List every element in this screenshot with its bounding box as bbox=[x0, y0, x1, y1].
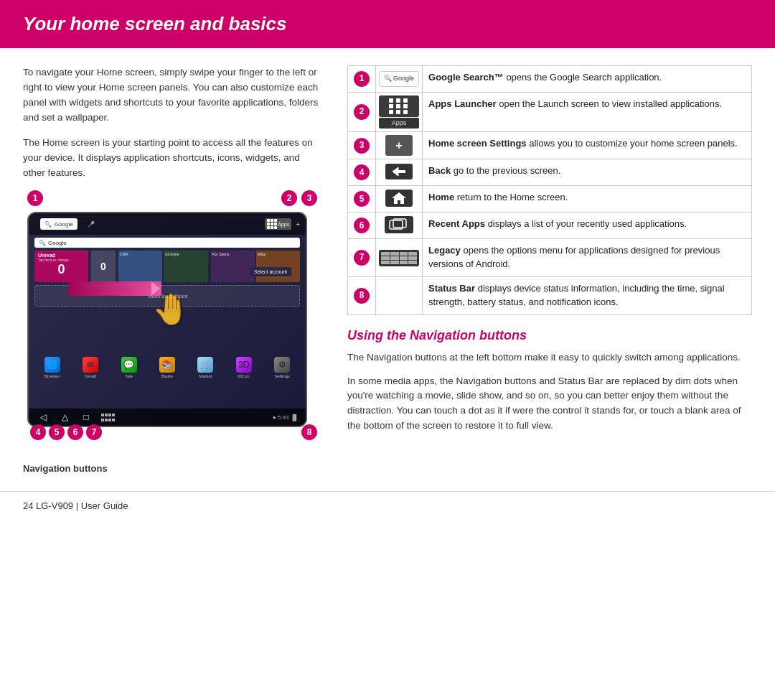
feature-icon-apps: Apps bbox=[376, 93, 423, 132]
feature-desc-4: Back go to the previous screen. bbox=[423, 159, 752, 186]
nav-section-para-2: In some media apps, the Navigation butto… bbox=[347, 374, 752, 434]
intro-text: To navigate your Home screen, simply swi… bbox=[23, 65, 324, 180]
feature-icon-recent bbox=[376, 213, 423, 239]
feature-num-1: 1 bbox=[348, 66, 376, 93]
feature-num-4: 4 bbox=[348, 159, 376, 186]
footer-text: 24 LG-V909 | User Guide bbox=[23, 500, 128, 511]
page-footer: 24 LG-V909 | User Guide bbox=[0, 491, 775, 520]
table-row: 5 Home return to the Home screen. bbox=[348, 186, 752, 213]
table-row: 8 Status Bar displays device status info… bbox=[348, 276, 752, 314]
feature-icon-settings: + bbox=[376, 132, 423, 159]
nav-back-btn: ◁ bbox=[36, 411, 50, 423]
svg-marker-0 bbox=[393, 167, 398, 176]
feature-num-6: 6 bbox=[348, 213, 376, 239]
intro-para-1: To navigate your Home screen, simply swi… bbox=[23, 65, 324, 126]
feature-desc-3: Home screen Settings allows you to custo… bbox=[423, 132, 752, 159]
nav-section: Using the Navigation buttons The Navigat… bbox=[347, 328, 752, 434]
overlay-num-4: 4 bbox=[30, 424, 46, 440]
overlay-num-1: 1 bbox=[27, 190, 43, 206]
feature-desc-7: Legacy opens the options menu for applic… bbox=[423, 239, 752, 277]
left-column: To navigate your Home screen, simply swi… bbox=[23, 65, 324, 474]
overlay-num-2: 2 bbox=[281, 190, 297, 206]
app-icon-browser: 🌐 Browser bbox=[44, 357, 60, 378]
feature-num-8: 8 bbox=[348, 276, 376, 314]
account-popup: Select account bbox=[250, 267, 291, 276]
feature-icon-status bbox=[376, 276, 423, 314]
feature-num-7: 7 bbox=[348, 239, 376, 277]
table-row: 7 bbox=[348, 239, 752, 277]
feature-desc-2: Apps Launcher open the Launch screen to … bbox=[423, 93, 752, 132]
page-header: Your home screen and basics bbox=[0, 0, 775, 48]
feature-desc-1: Google Search™ opens the Google Search a… bbox=[423, 66, 752, 93]
feature-icon-legacy bbox=[376, 239, 423, 277]
table-row: 4 Back go to the previous screen. bbox=[348, 159, 752, 186]
device-illustration: 🔍 Google 🎤 bbox=[27, 212, 307, 427]
nav-recent-btn: □ bbox=[79, 411, 93, 423]
app-icon-talk: 💬 Talk bbox=[121, 357, 137, 378]
app-icon-3d: 3D 3DCom. bbox=[236, 357, 252, 378]
feature-icon-google: 🔍 Google bbox=[376, 66, 423, 93]
table-row: 6 Recent Apps displays a list of your re… bbox=[348, 213, 752, 239]
feature-table: 1 🔍 Google Google Search™ opens the Goog… bbox=[347, 65, 752, 315]
device-google-search: 🔍 Google bbox=[40, 218, 78, 230]
feature-icon-back bbox=[376, 159, 423, 186]
app-icon-settings: ⚙ Settings bbox=[274, 357, 290, 378]
nav-section-para-1: The Navigation buttons at the left botto… bbox=[347, 350, 752, 365]
device-status-bar: 🔍 Google 🎤 bbox=[29, 213, 306, 235]
overlay-num-7: 7 bbox=[86, 424, 102, 440]
device-nav-bar: ◁ △ □ bbox=[29, 409, 306, 426]
overlay-num-3: 3 bbox=[301, 190, 317, 206]
app-icon-gmail: ✉ Gmail bbox=[83, 357, 98, 378]
nav-legacy-btn bbox=[100, 411, 115, 423]
feature-num-3: 3 bbox=[348, 132, 376, 159]
table-row: 3 + Home screen Settings allows you to c… bbox=[348, 132, 752, 159]
table-row: 2 Apps Apps Launcher open the Launch scr… bbox=[348, 93, 752, 132]
feature-desc-8: Status Bar displays device status inform… bbox=[423, 276, 752, 314]
nav-section-title: Using the Navigation buttons bbox=[347, 328, 752, 343]
app-icons-row: 🌐 Browser ✉ Gmail 💬 Talk 📚 bbox=[29, 355, 306, 380]
page-title: Your home screen and basics bbox=[23, 13, 752, 35]
intro-para-2: The Home screen is your starting point t… bbox=[23, 136, 324, 181]
feature-num-5: 5 bbox=[348, 186, 376, 213]
hand-gesture-icon: 🤚 bbox=[152, 291, 189, 327]
feature-num-2: 2 bbox=[348, 93, 376, 132]
table-row: 1 🔍 Google Google Search™ opens the Goog… bbox=[348, 66, 752, 93]
svg-rect-1 bbox=[398, 170, 405, 173]
app-icon-books: 📚 Books bbox=[159, 357, 175, 378]
right-column: 1 🔍 Google Google Search™ opens the Goog… bbox=[347, 65, 752, 474]
overlay-num-6: 6 bbox=[67, 424, 83, 440]
svg-marker-2 bbox=[392, 192, 406, 204]
feature-desc-5: Home return to the Home screen. bbox=[423, 186, 752, 213]
feature-icon-home bbox=[376, 186, 423, 213]
nav-home-btn: △ bbox=[57, 411, 72, 423]
app-icon-market: 🛒 Market bbox=[197, 357, 213, 378]
overlay-num-5: 5 bbox=[49, 424, 65, 440]
feature-desc-6: Recent Apps displays a list of your rece… bbox=[423, 213, 752, 239]
navigation-buttons-label: Navigation buttons bbox=[23, 463, 324, 474]
overlay-num-8: 8 bbox=[301, 424, 317, 440]
